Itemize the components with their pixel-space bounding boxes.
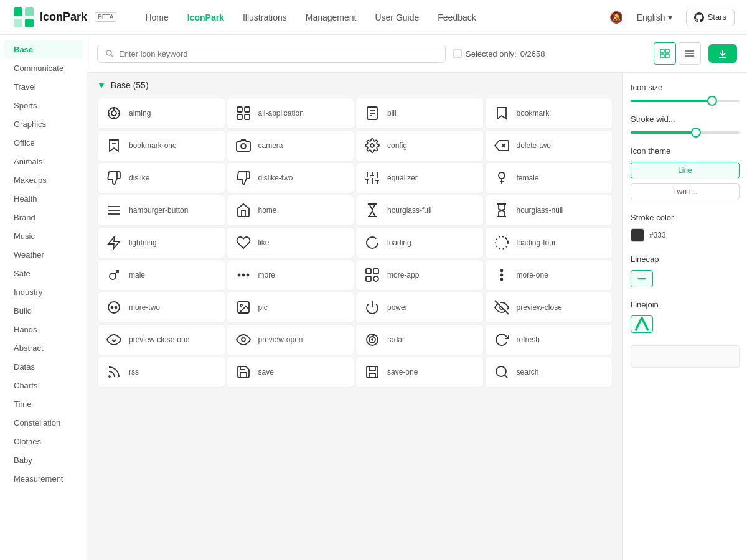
- sidebar-item-build[interactable]: Build: [4, 302, 83, 320]
- icon-card-config[interactable]: config •••: [355, 130, 484, 161]
- icon-card-preview-close[interactable]: preview-close •••: [485, 292, 613, 323]
- nav-management[interactable]: Management: [297, 7, 365, 27]
- icon-card-hourglass-null[interactable]: hourglass-null •••: [485, 195, 613, 226]
- icon-card-male[interactable]: male •••: [97, 259, 225, 291]
- sidebar-item-clothes[interactable]: Clothes: [4, 432, 83, 450]
- search-input[interactable]: [119, 49, 438, 58]
- icon-card-hourglass-full[interactable]: hourglass-full •••: [355, 195, 484, 226]
- linecap-round-button[interactable]: [631, 270, 653, 287]
- sidebar-item-animals[interactable]: Animals: [4, 152, 83, 170]
- nav-iconpark[interactable]: IconPark: [179, 7, 233, 27]
- list-view-button[interactable]: [679, 42, 701, 65]
- icon-card-power[interactable]: power •••: [355, 292, 484, 323]
- icon-card-more[interactable]: more •••: [227, 259, 355, 291]
- svg-point-60: [500, 270, 502, 272]
- stroke-width-slider-thumb[interactable]: [691, 128, 701, 138]
- theme-line-button[interactable]: Line: [631, 162, 740, 179]
- content-wrapper: Selected only: 0/2658 ▼ Base (55): [87, 35, 747, 560]
- power-icon: [364, 299, 381, 316]
- icon-card-rss[interactable]: rss •••: [97, 357, 225, 388]
- nav-illustrations[interactable]: Illustrations: [234, 7, 296, 27]
- theme-twotone-button[interactable]: Two-t...: [631, 183, 740, 200]
- sidebar-item-safe[interactable]: Safe: [4, 264, 83, 282]
- sidebar-item-charts[interactable]: Charts: [4, 376, 83, 394]
- nav-user-guide[interactable]: User Guide: [366, 7, 428, 27]
- icon-card-like[interactable]: like •••: [227, 227, 355, 258]
- svg-point-4: [106, 50, 111, 55]
- stroke-width-section: Stroke wid...: [631, 114, 740, 134]
- selected-only-checkbox[interactable]: [453, 49, 462, 58]
- icon-card-female[interactable]: female •••: [485, 162, 613, 194]
- icon-card-preview-close-one[interactable]: preview-close-one •••: [97, 324, 225, 355]
- icon-card-dislike[interactable]: dislike •••: [97, 162, 225, 194]
- icon-card-bookmark[interactable]: bookmark •••: [485, 98, 613, 129]
- icon-grid: aiming ••• all-application •••: [97, 98, 613, 388]
- icon-card-delete-two[interactable]: delete-two •••: [485, 130, 613, 161]
- sidebar-item-abstract[interactable]: Abstract: [4, 339, 83, 357]
- sidebar-item-industry[interactable]: Industry: [4, 283, 83, 301]
- sidebar-item-base[interactable]: Base: [4, 40, 83, 58]
- icon-card-all-application[interactable]: all-application •••: [227, 98, 355, 129]
- hourglass-null-label: hourglass-null: [517, 206, 585, 215]
- icon-card-lightning[interactable]: lightning •••: [97, 227, 225, 258]
- svg-point-55: [247, 274, 248, 276]
- bell-icon[interactable]: 🔕: [609, 11, 623, 24]
- sidebar-item-makeups[interactable]: Makeups: [4, 171, 83, 189]
- search-input-wrap[interactable]: [97, 45, 446, 63]
- icon-card-save-one[interactable]: save-one •••: [355, 357, 484, 388]
- sidebar-item-graphics[interactable]: Graphics: [4, 115, 83, 133]
- nav-feedback[interactable]: Feedback: [429, 7, 484, 27]
- linejoin-round-button[interactable]: [631, 315, 653, 333]
- view-toggle: [654, 42, 701, 65]
- icon-card-more-two[interactable]: more-two •••: [97, 292, 225, 323]
- icon-card-preview-open[interactable]: preview-open •••: [227, 324, 355, 355]
- icon-card-loading[interactable]: loading •••: [355, 227, 484, 258]
- sidebar-item-hands[interactable]: Hands: [4, 320, 83, 338]
- sidebar-item-datas[interactable]: Datas: [4, 358, 83, 376]
- icon-card-bookmark-one[interactable]: bookmark-one •••: [97, 130, 225, 161]
- section-header[interactable]: ▼ Base (55): [97, 80, 613, 90]
- sidebar-item-measurement[interactable]: Measurement: [4, 470, 83, 488]
- sidebar-item-sports[interactable]: Sports: [4, 96, 83, 114]
- icon-card-dislike-two[interactable]: dislike-two •••: [227, 162, 355, 194]
- sidebar-item-music[interactable]: Music: [4, 227, 83, 245]
- sidebar-item-baby[interactable]: Baby: [4, 451, 83, 469]
- dislike-icon: [105, 169, 123, 187]
- sidebar-item-health[interactable]: Health: [4, 190, 83, 208]
- icon-card-equalizer[interactable]: equalizer •••: [355, 162, 484, 194]
- icon-card-search[interactable]: search •••: [485, 357, 613, 388]
- grid-view-button[interactable]: [654, 42, 676, 65]
- sidebar-item-constellation[interactable]: Constellation: [4, 414, 83, 432]
- icon-card-bill[interactable]: bill •••: [355, 98, 484, 129]
- lang-button[interactable]: English ▾: [631, 9, 679, 26]
- linecap-section: Linecap: [631, 254, 740, 287]
- icon-card-loading-four[interactable]: loading-four •••: [485, 227, 613, 258]
- nav-home[interactable]: Home: [136, 7, 177, 27]
- aiming-icon: [105, 105, 123, 122]
- icon-card-save[interactable]: save •••: [227, 357, 355, 388]
- icon-card-more-one[interactable]: more-one •••: [485, 259, 613, 291]
- icon-card-camera[interactable]: camera •••: [227, 130, 355, 161]
- sidebar-item-brand[interactable]: Brand: [4, 208, 83, 226]
- icon-card-refresh[interactable]: refresh •••: [485, 324, 613, 355]
- sidebar-item-communicate[interactable]: Communicate: [4, 59, 83, 77]
- lang-chevron-icon: ▾: [668, 12, 672, 22]
- sidebar-item-travel[interactable]: Travel: [4, 78, 83, 96]
- icon-card-more-app[interactable]: more-app •••: [355, 259, 484, 291]
- preview-open-label: preview-open: [258, 335, 326, 344]
- icon-card-radar[interactable]: radar •••: [355, 324, 484, 355]
- sidebar-item-time[interactable]: Time: [4, 395, 83, 413]
- icon-card-hamburger-button[interactable]: hamburger-button •••: [97, 195, 225, 226]
- sidebar-item-weather[interactable]: Weather: [4, 246, 83, 264]
- icon-card-aiming[interactable]: aiming •••: [97, 98, 225, 129]
- github-button[interactable]: Stars: [686, 9, 735, 26]
- icon-card-home[interactable]: home •••: [227, 195, 355, 226]
- icon-card-pic[interactable]: pic •••: [227, 292, 355, 323]
- stroke-width-slider[interactable]: [631, 131, 740, 134]
- icon-size-slider-thumb[interactable]: [707, 96, 717, 106]
- stroke-color-swatch[interactable]: [631, 228, 644, 242]
- sidebar-item-office[interactable]: Office: [4, 134, 83, 152]
- svg-rect-8: [660, 54, 664, 58]
- download-button[interactable]: [708, 44, 737, 63]
- icon-size-slider[interactable]: [631, 100, 740, 102]
